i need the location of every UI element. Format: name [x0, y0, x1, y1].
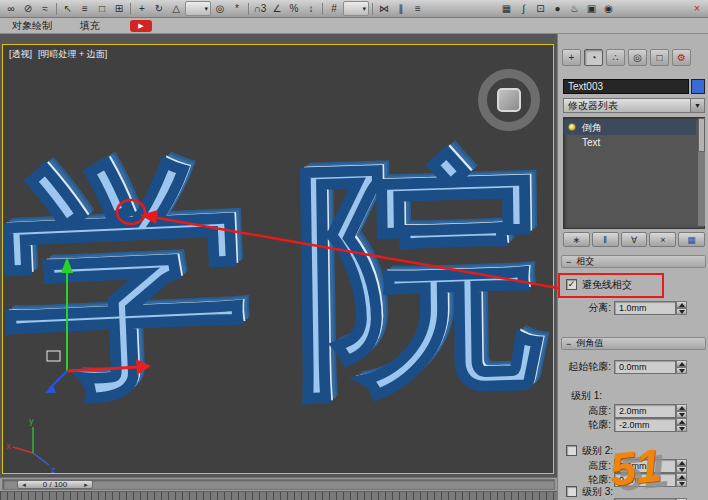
configure-modifier-sets-button[interactable]: ▦: [678, 232, 705, 247]
start-outline-spinner[interactable]: 0.0mm: [614, 360, 687, 374]
stack-scrollbar-thumb[interactable]: [698, 118, 705, 152]
create-tab-icon[interactable]: +: [562, 49, 581, 66]
next-frame-arrow[interactable]: ►: [83, 482, 89, 488]
mirror-icon[interactable]: ⋈: [376, 1, 392, 16]
pin-stack-button[interactable]: ∗: [563, 232, 590, 247]
modifier-list-dropdown[interactable]: 修改器列表 ▼: [563, 98, 705, 113]
spinner-snap-icon[interactable]: ↕: [303, 1, 319, 16]
select-object-icon[interactable]: ↖: [60, 1, 76, 16]
viewcube-home-face[interactable]: [497, 88, 521, 112]
level1-outline-spinner[interactable]: -2.0mm: [614, 418, 687, 432]
level2-height-spinner[interactable]: 0.0mm: [614, 459, 687, 473]
layer-manager-icon[interactable]: ≡: [410, 1, 426, 16]
stack-scrollbar[interactable]: [698, 118, 705, 226]
object-name-field[interactable]: Text003: [563, 79, 689, 94]
named-selection-dropdown[interactable]: ▾: [343, 1, 369, 16]
motion-tab-icon[interactable]: ◎: [628, 49, 647, 66]
modifier-stack[interactable]: 倒角Text: [563, 117, 705, 229]
unlink-selection-icon[interactable]: ⊘: [20, 1, 36, 16]
viewport-shading-menu[interactable]: [明暗处理 + 边面]: [38, 48, 107, 61]
remove-modifier-button[interactable]: ×: [649, 232, 676, 247]
use-pivot-center-icon[interactable]: ◎: [212, 1, 228, 16]
level1-height-value[interactable]: 2.0mm: [614, 404, 676, 418]
angle-snap-icon[interactable]: ∠: [269, 1, 285, 16]
spinner-up-arrow[interactable]: [676, 473, 687, 480]
level1-height-spinner-arrows[interactable]: [676, 404, 687, 418]
text-object-char-2[interactable]: 院: [291, 147, 544, 405]
make-unique-button[interactable]: ∀: [621, 232, 648, 247]
level2-outline-spinner[interactable]: 0.0mm: [614, 473, 687, 487]
spinner-down-arrow[interactable]: [676, 466, 687, 473]
object-color-swatch[interactable]: [691, 79, 705, 94]
viewport-view-menu[interactable]: [透视]: [9, 48, 32, 61]
named-selection-sets-icon[interactable]: #: [326, 1, 342, 16]
curve-editor-icon[interactable]: ∫: [516, 1, 532, 16]
graphite-ribbon-icon[interactable]: ▦: [499, 1, 515, 16]
track-bar[interactable]: [0, 491, 557, 500]
level2-height-spinner-arrows[interactable]: [676, 459, 687, 473]
render-setup-icon[interactable]: ♨: [567, 1, 583, 16]
spinner-down-arrow[interactable]: [676, 367, 687, 374]
spinner-down-arrow[interactable]: [676, 425, 687, 432]
snap-toggle-3d-icon[interactable]: ∩3: [252, 1, 268, 16]
spinner-up-arrow[interactable]: [676, 404, 687, 411]
material-editor-icon[interactable]: ●: [550, 1, 566, 16]
render-production-icon[interactable]: ◉: [601, 1, 617, 16]
spinner-up-arrow[interactable]: [676, 418, 687, 425]
level3-checkbox[interactable]: [566, 486, 577, 497]
spinner-down-arrow[interactable]: [676, 411, 687, 418]
spinner-down-arrow[interactable]: [676, 308, 687, 315]
stack-row-text[interactable]: Text: [564, 135, 696, 150]
spinner-down-arrow[interactable]: [676, 480, 687, 487]
viewcube[interactable]: [478, 69, 540, 131]
text-object-char-1[interactable]: 学: [2, 150, 254, 409]
select-by-name-icon[interactable]: ≡: [77, 1, 93, 16]
select-and-link-icon[interactable]: ∞: [3, 1, 19, 16]
level1-outline-value[interactable]: -2.0mm: [614, 418, 676, 432]
tab-object-paint[interactable]: 对象绘制: [12, 19, 52, 33]
separation-spinner-arrows[interactable]: [676, 301, 687, 315]
level2-checkbox[interactable]: [566, 445, 577, 456]
close-icon[interactable]: ×: [689, 1, 705, 16]
time-slider-handle[interactable]: ◄ 0 / 100 ►: [17, 480, 93, 489]
level1-outline-spinner-arrows[interactable]: [676, 418, 687, 432]
schematic-view-icon[interactable]: ⊡: [533, 1, 549, 16]
bind-to-spacewarp-icon[interactable]: ≈: [37, 1, 53, 16]
perspective-viewport[interactable]: [透视] [明暗处理 + 边面] 学 院: [2, 44, 554, 474]
align-icon[interactable]: ∥: [393, 1, 409, 16]
reference-coordinate-dropdown[interactable]: ▾: [185, 1, 211, 16]
show-end-result-button[interactable]: ‖: [592, 232, 619, 247]
separation-value[interactable]: 1.0mm: [614, 301, 676, 315]
start-outline-spinner-arrows[interactable]: [676, 360, 687, 374]
spinner-up-arrow[interactable]: [676, 360, 687, 367]
spinner-up-arrow[interactable]: [676, 301, 687, 308]
level1-height-spinner[interactable]: 2.0mm: [614, 404, 687, 418]
play-video-icon[interactable]: ▶: [130, 20, 152, 32]
level2-height-value[interactable]: 0.0mm: [614, 459, 676, 473]
time-slider-track[interactable]: ◄ 0 / 100 ►: [2, 479, 555, 490]
avoid-intersection-checkbox[interactable]: ✓: [566, 279, 577, 290]
rendered-frame-icon[interactable]: ▣: [584, 1, 600, 16]
level2-outline-spinner-arrows[interactable]: [676, 473, 687, 487]
rollout-intersection-header[interactable]: − 相交: [561, 255, 706, 268]
select-and-rotate-icon[interactable]: ↻: [151, 1, 167, 16]
spinner-up-arrow[interactable]: [676, 459, 687, 466]
modifier-enabled-bulb[interactable]: [568, 123, 576, 131]
chevron-down-icon[interactable]: ▼: [690, 99, 704, 112]
start-outline-value[interactable]: 0.0mm: [614, 360, 676, 374]
hierarchy-tab-icon[interactable]: ∴: [606, 49, 625, 66]
select-and-scale-icon[interactable]: △: [168, 1, 184, 16]
utilities-tab-icon[interactable]: ⚙: [672, 49, 691, 66]
rectangular-selection-icon[interactable]: □: [94, 1, 110, 16]
level2-outline-value[interactable]: 0.0mm: [614, 473, 676, 487]
select-and-manipulate-icon[interactable]: *: [229, 1, 245, 16]
modify-tab-icon[interactable]: ◔: [584, 49, 603, 66]
display-tab-icon[interactable]: □: [650, 49, 669, 66]
prev-frame-arrow[interactable]: ◄: [21, 482, 27, 488]
separation-spinner[interactable]: 1.0mm: [614, 301, 687, 315]
stack-row-bevel[interactable]: 倒角: [564, 120, 696, 135]
percent-snap-icon[interactable]: %: [286, 1, 302, 16]
window-crossing-icon[interactable]: ⊞: [111, 1, 127, 16]
rollout-bevel-values-header[interactable]: − 倒角值: [561, 337, 706, 350]
select-and-move-icon[interactable]: +: [134, 1, 150, 16]
